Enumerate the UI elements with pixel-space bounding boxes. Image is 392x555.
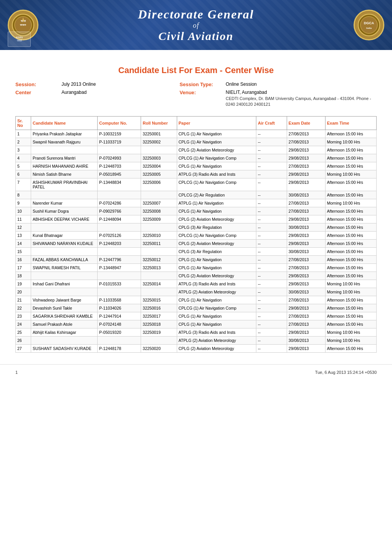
cell-paper: CPLG (2) Aviation Meteorology [177,215,256,223]
cell-time: Morning 10:00 Hrs [325,199,376,207]
cell-roll: 32250020 [141,344,177,352]
table-row: 1 Priyanka Prakash Jaitapkar P-10032159 … [16,130,377,138]
page-title: Candidate List For Exam - Center Wise [15,65,377,75]
cell-time: Afternoon 15:00 Hrs [325,162,376,170]
cell-paper: CPLG (3) Air Regulation [177,247,256,255]
cell-roll: 32250008 [141,207,177,215]
session-type-value: Online Session [226,82,257,87]
cell-date: 30/08/2013 [287,247,325,255]
cell-time: Afternoon 15:00 Hrs [325,247,376,255]
cell-comp: P-10032159 [98,130,141,138]
cell-comp: P-05019320 [98,328,141,336]
footer-timestamp: Tue, 6 Aug 2013 15:24:14 +0530 [315,370,377,375]
cell-date: 27/08/2013 [287,255,325,263]
cell-roll [141,247,177,255]
cell-aircraft: -- [256,312,287,320]
cell-date: 29/08/2013 [287,272,325,280]
cell-name [31,336,97,344]
cell-name: Narender Kumar [31,199,97,207]
cell-aircraft: -- [256,215,287,223]
cell-sr: 21 [16,296,31,304]
cell-paper: CPLG (2) Aviation Meteorology [177,146,256,154]
cell-sr: 10 [16,207,31,215]
session-type-row: Session Type: Online Session [179,82,377,87]
cell-aircraft: -- [256,288,287,296]
cell-time: Afternoon 15:00 Hrs [325,178,376,191]
cell-name: Kunal Bhatnagar [31,231,97,239]
cell-time: Afternoon 15:00 Hrs [325,296,376,304]
cell-time: Afternoon 15:00 Hrs [325,263,376,272]
cell-time: Afternoon 15:00 Hrs [325,255,376,263]
cell-comp: P-11033719 [98,138,141,146]
cell-comp: P-11034026 [98,304,141,312]
cell-roll: 32250004 [141,162,177,170]
cell-paper: CPLCG (2) Air Regulation [177,191,256,199]
cell-paper: ATPLG (2) Aviation Meteorology [177,336,256,344]
table-row: 20 ATPLG (2) Aviation Meteorology -- 30/… [16,288,377,296]
cell-sr: 2 [16,138,31,146]
cell-roll: 32250015 [141,296,177,304]
cell-time: Afternoon 15:00 Hrs [325,207,376,215]
cell-date: 29/08/2013 [287,154,325,162]
page-content: Candidate List For Exam - Center Wise Se… [0,50,392,360]
cell-time: Afternoon 15:00 Hrs [325,320,376,328]
svg-text:DGCA: DGCA [364,21,374,25]
cell-roll: 32250009 [141,215,177,223]
cell-sr: 9 [16,199,31,207]
cell-name [31,247,97,255]
cell-paper: CPLG (1) Air Navigation [177,162,256,170]
table-row: 18 CPLG (2) Aviation Meteorology -- 29/0… [16,272,377,280]
footer-bar: 1 Tue, 6 Aug 2013 15:24:14 +0530 [0,364,392,380]
cell-time: Afternoon 15:00 Hrs [325,231,376,239]
cell-comp [98,272,141,280]
table-row: 23 SAGARIKA SHRIDHAR KAMBLE P-12447914 3… [16,312,377,320]
cell-sr: 19 [16,280,31,288]
table-row: 2 Swapnil Navanath Rajguru P-11033719 32… [16,138,377,146]
cell-aircraft: -- [256,146,287,154]
cell-aircraft: -- [256,272,287,280]
cell-date: 29/08/2013 [287,215,325,223]
cell-time: Afternoon 15:00 Hrs [325,344,376,352]
cell-sr: 17 [16,263,31,272]
cell-date: 29/08/2013 [287,328,325,336]
cell-sr: 13 [16,231,31,239]
cell-sr: 11 [16,215,31,223]
info-left: Session: July 2013 Online Center Auranga… [15,82,179,110]
cell-aircraft: -- [256,154,287,162]
cell-date: 29/08/2013 [287,178,325,191]
cell-paper: ATPLG (3) Radio Aids and Insts [177,328,256,336]
table-row: 5 HARNISH MAHANAND AHIRE P-12448703 3225… [16,162,377,170]
cell-sr: 27 [16,344,31,352]
cell-date: 27/08/2013 [287,263,325,272]
venue-row: Venue: NIELIT, Aurangabad CEDTI Complex,… [179,90,377,108]
cell-aircraft: -- [256,239,287,247]
cell-date: 27/08/2013 [287,320,325,328]
cell-time: Afternoon 15:00 Hrs [325,223,376,231]
cell-paper: CPLG (1) Air Navigation [177,312,256,320]
cell-time: Morning 10:00 Hrs [325,138,376,146]
cell-aircraft: -- [256,263,287,272]
cell-comp: P-07024993 [98,154,141,162]
cell-name [31,272,97,280]
cell-aircraft: -- [256,191,287,199]
cell-paper: CPLG (1) Air Navigation [177,320,256,328]
cell-sr: 1 [16,130,31,138]
cell-aircraft: -- [256,138,287,146]
cell-name: SHIVANAND NARAYAN KUDALE [31,239,97,247]
cell-time: Morning 10:00 Hrs [325,328,376,336]
cell-date: 30/08/2013 [287,191,325,199]
cell-paper: ATPLG (3) Radio Aids and Insts [177,280,256,288]
table-row: 13 Kunal Bhatnagar P-07025126 32250010 C… [16,231,377,239]
cell-name: HARNISH MAHANAND AHIRE [31,162,97,170]
cell-comp: P-12448703 [98,162,141,170]
cell-paper: CPLCG (1) Air Navigation Comp [177,304,256,312]
table-row: 3 CPLG (2) Aviation Meteorology -- 29/08… [16,146,377,154]
cell-paper: CPLCG (1) Air Navigation Comp [177,154,256,162]
cell-name [31,146,97,154]
cell-roll [141,336,177,344]
cell-roll [141,223,177,231]
cell-comp: P-12448094 [98,215,141,223]
cell-comp: P-05018945 [98,170,141,178]
cell-sr: 22 [16,304,31,312]
cell-comp: P-07025126 [98,231,141,239]
